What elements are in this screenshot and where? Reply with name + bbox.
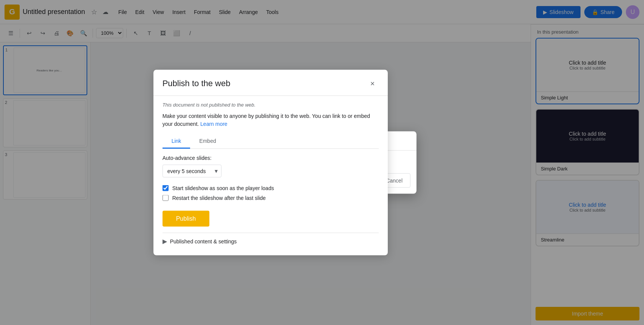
publish-button[interactable]: Publish	[163, 211, 209, 227]
auto-advance-select[interactable]: every 1 second every 2 seconds every 3 s…	[163, 165, 221, 178]
publish-dialog-body: This document is not published to the we…	[153, 96, 388, 255]
learn-more-link[interactable]: Learn more	[200, 121, 228, 127]
publish-dialog: Publish to the web × This document is no…	[153, 70, 388, 255]
restart-slideshow-checkbox[interactable]	[163, 195, 169, 201]
checkbox-row-1: Start slideshow as soon as the player lo…	[163, 185, 379, 191]
publish-tab-embed[interactable]: Embed	[190, 134, 225, 149]
start-slideshow-checkbox[interactable]	[163, 185, 169, 191]
start-slideshow-label: Start slideshow as soon as the player lo…	[172, 185, 274, 191]
publish-tabs: Link Embed	[163, 134, 379, 149]
publish-dialog-close-icon[interactable]: ×	[367, 77, 379, 90]
expand-icon: ▶	[163, 238, 167, 245]
publish-description: Make your content visible to anyone by p…	[163, 112, 379, 128]
published-content-row[interactable]: ▶ Published content & settings	[163, 233, 379, 249]
publish-tab-link[interactable]: Link	[163, 134, 190, 149]
restart-slideshow-label: Restart the slideshow after the last sli…	[172, 195, 266, 201]
published-content-label: Published content & settings	[170, 238, 237, 244]
publish-dialog-title: Publish to the web	[163, 79, 231, 88]
publish-dialog-header: Publish to the web ×	[153, 70, 388, 96]
checkbox-row-2: Restart the slideshow after the last sli…	[163, 195, 379, 201]
publish-status-text: This document is not published to the we…	[163, 102, 379, 108]
publish-select-row: every 1 second every 2 seconds every 3 s…	[163, 165, 379, 178]
publish-auto-advance-label: Auto-advance slides:	[163, 155, 379, 161]
publish-select-wrap: every 1 second every 2 seconds every 3 s…	[163, 165, 221, 178]
